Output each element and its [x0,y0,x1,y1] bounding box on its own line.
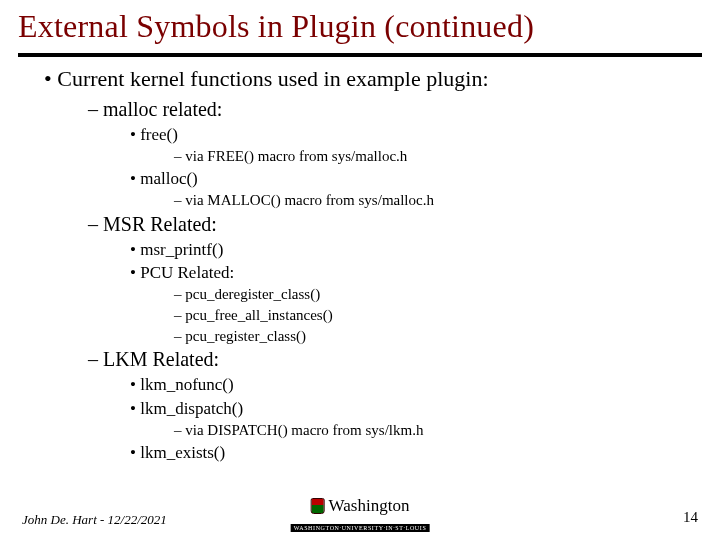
footer-org-sub: WASHINGTON·UNIVERSITY·IN·ST·LOUIS [291,524,430,532]
bullet-malloc-via: via MALLOC() macro from sys/malloc.h [174,191,702,210]
footer-page-number: 14 [683,509,698,526]
bullet-lkm-nofunc: lkm_nofunc() [130,374,702,395]
bullet-intro: Current kernel functions used in example… [44,65,702,93]
bullet-free-via: via FREE() macro from sys/malloc.h [174,147,702,166]
bullet-malloc-related: malloc related: [88,97,702,122]
bullet-malloc: malloc() [130,168,702,189]
slide-footer: John De. Hart - 12/22/2021 Washington WA… [0,494,720,536]
bullet-pcu-related: PCU Related: [130,262,702,283]
bullet-lkm-exists: lkm_exists() [130,442,702,463]
bullet-pcu-deregister: pcu_deregister_class() [174,285,702,304]
slide: External Symbols in Plugin (continued) C… [0,0,720,540]
bullet-msr-related: MSR Related: [88,212,702,237]
bullet-msr-printf: msr_printf() [130,239,702,260]
title-rule [18,53,702,57]
footer-org-line: Washington [291,496,430,516]
footer-author-date: John De. Hart - 12/22/2021 [22,512,167,528]
shield-icon [311,498,325,514]
slide-title: External Symbols in Plugin (continued) [0,0,720,49]
bullet-lkm-related: LKM Related: [88,347,702,372]
bullet-lkm-dispatch: lkm_dispatch() [130,398,702,419]
slide-body: Current kernel functions used in example… [0,65,720,463]
bullet-lkm-dispatch-via: via DISPATCH() macro from sys/lkm.h [174,421,702,440]
bullet-pcu-register: pcu_register_class() [174,327,702,346]
bullet-pcu-free-all: pcu_free_all_instances() [174,306,702,325]
footer-org: Washington [329,496,410,516]
footer-center: Washington WASHINGTON·UNIVERSITY·IN·ST·L… [291,496,430,534]
bullet-free: free() [130,124,702,145]
